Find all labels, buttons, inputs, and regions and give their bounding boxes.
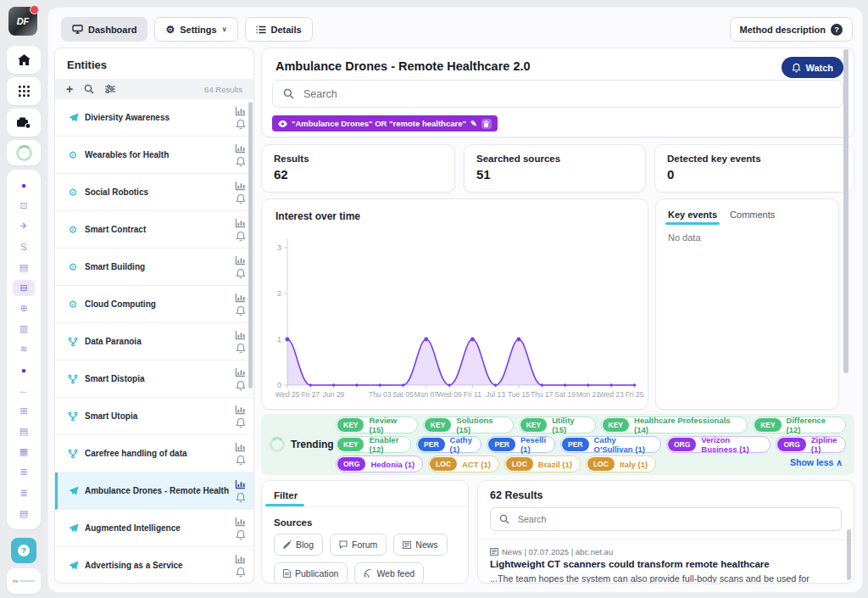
entity-row[interactable]: ⚙Smart Contract (55, 211, 253, 249)
trending-chip[interactable]: ORGHedonia (1) (336, 455, 423, 472)
chart-icon[interactable] (235, 255, 246, 265)
chart-icon[interactable] (235, 367, 246, 377)
bell-icon[interactable] (236, 492, 246, 503)
trending-chip[interactable]: ORGZipline (1) (776, 436, 846, 453)
entity-row[interactable]: ⚙Smart Building (55, 249, 253, 286)
entities-scrollbar[interactable] (248, 102, 253, 388)
trending-chip[interactable]: KEYSolutions (15) (423, 416, 514, 433)
result-title[interactable]: Lightweight CT scanners could transform … (490, 559, 838, 569)
filter-sliders-icon[interactable] (105, 85, 115, 93)
camera-icon[interactable] (7, 109, 41, 137)
main-scrollbar[interactable] (843, 49, 849, 373)
trending-chip[interactable]: PERCathy (1) (416, 436, 481, 453)
bell-icon[interactable] (236, 343, 246, 354)
entity-row[interactable]: Ambulance Drones - Remote Healthcare 2.0 (55, 472, 253, 510)
details-button[interactable]: Details (245, 17, 313, 42)
query-chip[interactable]: "Ambulance Drones" OR "remote healthcare… (272, 115, 498, 131)
bell-icon[interactable] (236, 567, 246, 578)
chart-icon[interactable] (235, 479, 246, 489)
results-search-input[interactable] (516, 513, 832, 525)
entity-row[interactable]: ⚙Cloud Computing (55, 286, 253, 323)
home-icon[interactable] (7, 46, 41, 74)
search-input[interactable] (302, 87, 832, 101)
chart-icon[interactable] (235, 330, 246, 340)
chart-icon[interactable] (235, 293, 246, 303)
entity-row[interactable]: Augmented Intelligence (55, 510, 253, 547)
network-icon[interactable]: ≋ (13, 341, 35, 357)
bell-icon[interactable] (236, 156, 246, 167)
chart-icon[interactable] (235, 554, 246, 564)
tab-key-events[interactable]: Key events (668, 210, 717, 225)
entity-row[interactable]: Data Paranoia (55, 323, 253, 360)
bell-icon[interactable] (236, 529, 246, 540)
entity-row[interactable]: Diviersity Awareness (55, 99, 253, 137)
apps-grid-icon[interactable] (7, 77, 41, 105)
chart-icon[interactable] (235, 143, 246, 154)
trending-chip[interactable]: KEYEnabler (12) (336, 436, 411, 453)
bell-icon[interactable] (236, 305, 246, 316)
source-button-web-feed[interactable]: Web feed (354, 562, 424, 584)
search-icon[interactable] (84, 84, 94, 94)
bell-icon[interactable] (236, 380, 246, 391)
chart-icon[interactable] (235, 442, 246, 452)
table-icon[interactable]: ≣ (13, 464, 35, 480)
show-less-link[interactable]: Show less ∧ (790, 457, 843, 467)
trending-chip[interactable]: LOCItaly (1) (586, 455, 656, 472)
rocket-icon[interactable]: ✈ (13, 218, 35, 234)
trending-chip[interactable]: ORGVerizon Business (1) (666, 436, 771, 453)
main-search[interactable] (272, 80, 843, 108)
clipboard-icon[interactable]: ▤ (13, 260, 35, 276)
results-scrollbar[interactable] (847, 529, 851, 580)
watch-button[interactable]: Watch (782, 57, 843, 78)
source-button-forum[interactable]: Forum (330, 534, 387, 556)
book-icon[interactable]: ▦ (13, 444, 35, 460)
table-2-icon[interactable]: ≣ (13, 485, 35, 501)
document-icon[interactable]: ▥ (13, 321, 35, 337)
bell-icon[interactable] (236, 455, 246, 466)
flow-icon[interactable]: S (13, 239, 35, 255)
chart-icon[interactable] (235, 517, 246, 527)
chart-icon[interactable] (235, 405, 246, 415)
bell-icon[interactable] (236, 231, 246, 242)
dashboard-button[interactable]: Dashboard (61, 17, 147, 42)
archive-icon[interactable]: ▤ (13, 506, 35, 522)
chart-icon[interactable] (235, 106, 246, 116)
app-logo[interactable]: DF (8, 7, 37, 36)
help-button[interactable]: ? (7, 536, 41, 564)
source-button-news[interactable]: News (393, 534, 447, 556)
trending-chip[interactable]: LOCACT (1) (428, 455, 499, 472)
results-search[interactable] (490, 507, 842, 531)
tab-comments[interactable]: Comments (730, 210, 775, 225)
entity-row[interactable]: ⚙Social Robotics (55, 174, 253, 211)
bell-icon[interactable] (236, 417, 246, 428)
chart-icon[interactable] (235, 218, 246, 228)
frame-icon[interactable]: ⊡ (13, 198, 35, 214)
bell-icon[interactable] (236, 193, 246, 204)
trending-chip[interactable]: KEYUtility (15) (519, 416, 596, 433)
entity-row[interactable]: Smart Utopia (55, 398, 253, 435)
trending-chip[interactable]: KEYHealthcare Professionals (14) (601, 416, 748, 433)
settings-button[interactable]: ⚙ Settings ∨ (154, 17, 237, 42)
edit-icon[interactable]: ✎ (470, 120, 477, 128)
tab-filter[interactable]: Filter (262, 481, 309, 506)
delete-icon[interactable] (481, 119, 492, 129)
trending-chip[interactable]: LOCBrazil (1) (504, 455, 581, 472)
result-item[interactable]: News | 07.07.2025 | abc.net.auLightweigh… (478, 540, 854, 584)
entity-row[interactable]: Smart Distopia (55, 360, 253, 398)
trending-chip[interactable]: PERPeselli (1) (487, 436, 555, 453)
source-button-blog[interactable]: Blog (274, 534, 323, 556)
trending-chip[interactable]: KEYDifference (12) (753, 416, 846, 433)
bell-icon[interactable] (236, 268, 246, 279)
globe-icon[interactable]: ⊕ (13, 300, 35, 316)
entity-row[interactable]: ⚙Wearables for Health (55, 137, 253, 174)
method-description-button[interactable]: Method description ? (730, 17, 853, 42)
arrow-left-icon[interactable]: ← (13, 383, 35, 399)
clipboard-2-icon[interactable]: ▤ (13, 423, 35, 439)
sphere-icon[interactable]: ● (13, 362, 35, 378)
modules-icon[interactable]: ⊞ (13, 403, 35, 419)
entity-row[interactable]: Carefree handling of data (55, 435, 253, 472)
chart-icon[interactable] (235, 181, 246, 191)
trending-chip[interactable]: KEYReview (15) (336, 416, 418, 433)
trending-chip[interactable]: PERCathy O'Sullivan (1) (560, 436, 661, 453)
bell-icon[interactable] (236, 119, 246, 130)
